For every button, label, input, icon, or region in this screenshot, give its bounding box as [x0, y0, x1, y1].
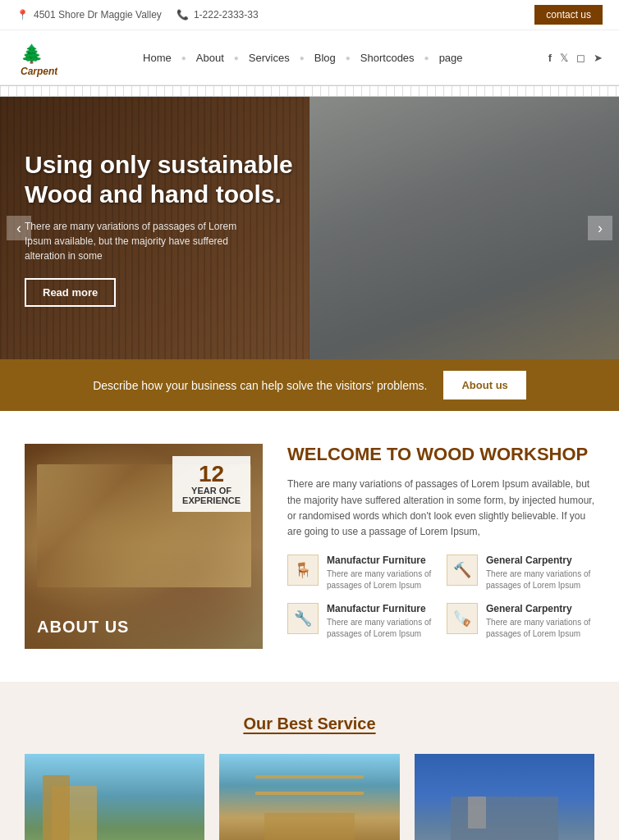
about-badge-line1: YEAR OF: [191, 486, 232, 495]
about-badge-number: 12: [182, 463, 241, 486]
nav-page[interactable]: page: [433, 48, 470, 67]
hero-subtitle: There are many variations of passages of…: [25, 219, 254, 263]
nav-sep-2: ●: [234, 53, 239, 62]
top-bar: 📍 4501 Shore Dr Maggie Valley 📞 1-222-23…: [0, 0, 619, 30]
nav-bar: 🌲 Carpentry Home ● About ● Services ● Bl…: [0, 30, 619, 85]
about-us-label: ABOUT US: [37, 618, 129, 637]
feature-item-4: 🪚 General Carpentry There are many varia…: [447, 603, 594, 640]
nav-shortcodes[interactable]: Shortcodes: [354, 48, 421, 67]
service-image-2: [219, 754, 399, 840]
hero-content: Using only sustainable Wood and hand too…: [0, 97, 341, 359]
about-image-wrap: ABOUT US 12 YEAR OF EXPERIENCE: [25, 444, 263, 649]
feature-item-1: 🪑 Manufactur Furniture There are many va…: [287, 555, 435, 591]
nav-sep-1: ●: [181, 53, 186, 62]
service-image-1: [25, 754, 204, 840]
logo-icon: 🌲 Carpentry: [16, 37, 57, 78]
top-bar-right: contact us: [534, 5, 603, 25]
feature-icon-4: 🪚: [447, 603, 478, 634]
feature-title-3: Manufactur Furniture: [327, 603, 435, 614]
feature-title-2: General Carpentry: [486, 555, 594, 566]
feature-title-4: General Carpentry: [486, 603, 594, 614]
nav-about[interactable]: About: [190, 48, 231, 67]
feature-desc-1: There are many variations of passages of…: [327, 568, 435, 591]
service-card-2: Expound the actual teachings of the grea…: [219, 754, 399, 840]
nav-blog[interactable]: Blog: [308, 48, 342, 67]
about-section: ABOUT US 12 YEAR OF EXPERIENCE WELCOME T…: [0, 411, 619, 682]
feature-text-2: General Carpentry There are many variati…: [486, 555, 594, 591]
about-badge-line2: EXPERIENCE: [182, 495, 241, 505]
feature-text-1: Manufactur Furniture There are many vari…: [327, 555, 435, 591]
telegram-icon[interactable]: ➤: [594, 52, 603, 64]
about-content: WELCOME TO WOOD WORKSHOP There are many …: [287, 444, 594, 649]
hero-prev-button[interactable]: ‹: [7, 216, 31, 240]
about-description: There are many variations of passages of…: [287, 477, 594, 540]
hero-bottom-bar: Describe how your business can help solv…: [0, 359, 619, 411]
feature-item-2: 🔨 General Carpentry There are many varia…: [447, 555, 594, 591]
social-icons: f 𝕏 ◻ ➤: [548, 52, 603, 64]
about-label-bold: US: [105, 618, 130, 636]
services-grid: Expound the actual teachings of the grea…: [25, 754, 594, 840]
twitter-icon[interactable]: 𝕏: [560, 52, 568, 64]
hero-bottom-text: Describe how your business can help solv…: [93, 379, 427, 392]
feature-item-3: 🔧 Manufactur Furniture There are many va…: [287, 603, 435, 640]
top-bar-address-section: 📍 4501 Shore Dr Maggie Valley 📞 1-222-23…: [16, 9, 259, 21]
about-title: WELCOME TO WOOD WORKSHOP: [287, 444, 594, 465]
contact-us-button[interactable]: contact us: [534, 5, 603, 25]
hero-title: Using only sustainable Wood and hand too…: [25, 150, 316, 209]
facebook-icon[interactable]: f: [548, 52, 552, 64]
hero-next-button[interactable]: ›: [588, 216, 612, 240]
about-label-normal: ABOUT: [37, 618, 105, 636]
phone-icon: 📞: [177, 9, 189, 21]
address-text: 4501 Shore Dr Maggie Valley: [34, 9, 162, 21]
pin-icon: 📍: [16, 9, 29, 21]
service-image-3: [415, 754, 594, 840]
nav-sep-3: ●: [300, 53, 305, 62]
feature-icon-2: 🔨: [447, 555, 478, 586]
feature-text-4: General Carpentry There are many variati…: [486, 603, 594, 640]
feature-icon-1: 🪑: [287, 555, 319, 586]
feature-desc-3: There are many variations of passages of…: [327, 617, 435, 640]
hero-read-more-button[interactable]: Read more: [25, 278, 116, 307]
about-us-button[interactable]: About us: [443, 371, 525, 399]
nav-sep-4: ●: [346, 53, 351, 62]
feature-desc-4: There are many variations of passages of…: [486, 617, 594, 640]
nav-links: Home ● About ● Services ● Blog ● Shortco…: [136, 48, 469, 67]
svg-text:🌲: 🌲: [21, 43, 44, 65]
phone-text: 1-222-2333-33: [194, 9, 259, 21]
svg-text:Carpentry: Carpentry: [21, 66, 57, 77]
feature-text-3: Manufactur Furniture There are many vari…: [327, 603, 435, 640]
hero-section: Using only sustainable Wood and hand too…: [0, 97, 619, 359]
nav-sep-5: ●: [424, 53, 429, 62]
feature-title-1: Manufactur Furniture: [327, 555, 435, 566]
about-features: 🪑 Manufactur Furniture There are many va…: [287, 555, 594, 640]
service-card-3: Expound the actual teachings of the grea…: [415, 754, 594, 840]
instagram-icon[interactable]: ◻: [576, 52, 585, 64]
services-title: Our Best Service: [25, 714, 594, 733]
ruler: [0, 85, 619, 97]
feature-desc-2: There are many variations of passages of…: [486, 568, 594, 591]
services-section: Our Best Service Expound the actual teac…: [0, 682, 619, 840]
about-badge: 12 YEAR OF EXPERIENCE: [172, 456, 250, 512]
nav-home[interactable]: Home: [136, 48, 178, 67]
logo: 🌲 Carpentry: [16, 37, 57, 78]
feature-icon-3: 🔧: [287, 603, 319, 634]
nav-services[interactable]: Services: [242, 48, 296, 67]
service-card-1: Expound the actual teachings of the grea…: [25, 754, 204, 840]
